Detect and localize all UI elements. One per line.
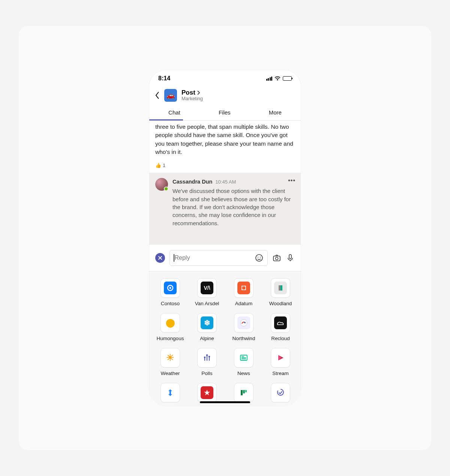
stream-icon: [274, 351, 287, 364]
app-stream[interactable]: Stream: [263, 348, 298, 376]
svg-point-1: [258, 257, 258, 258]
app-todo[interactable]: [263, 383, 298, 405]
wifi-icon: [274, 76, 280, 81]
apps-drawer[interactable]: Contoso V/\Van Arsdel Adatum Woodland ⬤H…: [149, 271, 301, 406]
message-previous: three to five people, that span multiple…: [149, 121, 301, 161]
contoso-icon: [164, 282, 177, 294]
app-adatum[interactable]: Adatum: [226, 278, 261, 306]
reaction-count: 1: [163, 163, 165, 168]
message-reply: Cassandra Dun 10:45 AM We've discussed t…: [149, 173, 301, 244]
todo-icon: [274, 386, 287, 399]
tab-chat[interactable]: Chat: [168, 105, 180, 120]
active-tab-indicator: [149, 119, 183, 121]
app-alpine[interactable]: ❄Alpine: [190, 313, 224, 341]
alpine-icon: ❄: [201, 316, 213, 329]
status-bar: 8:14: [149, 70, 301, 87]
tab-more[interactable]: More: [269, 105, 282, 120]
reply-placeholder: Reply: [175, 255, 190, 261]
presence-available-icon: [164, 187, 168, 191]
apps-grid: Contoso V/\Van Arsdel Adatum Woodland ⬤H…: [153, 278, 297, 405]
svg-rect-21: [241, 390, 243, 395]
svg-point-4: [276, 257, 278, 260]
outer-canvas: 8:14 🚗 Post Marketing Chat Files More th…: [19, 26, 431, 450]
wunderlist-icon: ★: [201, 386, 213, 399]
svg-point-10: [240, 319, 247, 326]
tabs-bar: Chat Files More: [149, 105, 301, 121]
svg-point-15: [207, 355, 207, 355]
news-icon: [237, 351, 250, 364]
status-time: 8:14: [158, 75, 170, 82]
svg-point-16: [209, 356, 210, 357]
app-van-arsdel[interactable]: V/\Van Arsdel: [190, 278, 224, 306]
app-polls[interactable]: Polls: [190, 348, 224, 376]
channel-title: Post: [182, 89, 195, 96]
close-icon: [158, 256, 162, 260]
jira-icon: [164, 386, 177, 399]
svg-rect-8: [279, 285, 280, 291]
compose-bar: Reply: [149, 244, 301, 271]
back-button[interactable]: [154, 91, 160, 100]
message-more-button[interactable]: •••: [288, 177, 296, 184]
app-news[interactable]: News: [226, 348, 261, 376]
svg-rect-22: [243, 390, 245, 393]
tab-files[interactable]: Files: [219, 105, 231, 120]
home-indicator[interactable]: [200, 401, 250, 403]
humongous-icon: ⬤: [164, 316, 177, 329]
chat-scroll-area[interactable]: three to five people, that span multiple…: [149, 121, 301, 244]
app-northwind[interactable]: Northwind: [226, 313, 261, 341]
northwind-icon: [237, 316, 250, 329]
svg-rect-9: [280, 285, 282, 291]
app-recloud[interactable]: Recloud: [263, 313, 298, 341]
van-arsdel-icon: V/\: [201, 282, 213, 294]
svg-point-7: [170, 287, 171, 289]
svg-point-2: [260, 257, 261, 258]
svg-point-0: [256, 255, 262, 261]
app-humongous[interactable]: ⬤Humongous: [153, 313, 188, 341]
cellular-signal-icon: [266, 77, 273, 81]
close-drawer-button[interactable]: [155, 253, 165, 263]
reaction-chip[interactable]: 👍 1: [149, 161, 301, 173]
channel-header: 🚗 Post Marketing: [149, 87, 301, 105]
svg-rect-23: [245, 390, 247, 392]
adatum-icon: [237, 282, 250, 294]
thumbs-up-icon: 👍: [155, 163, 161, 168]
svg-rect-5: [289, 255, 291, 259]
channel-avatar-icon[interactable]: 🚗: [164, 89, 177, 102]
polls-icon: [201, 351, 213, 364]
reply-input[interactable]: Reply: [170, 250, 268, 266]
channel-title-block[interactable]: Post Marketing: [182, 89, 203, 102]
message-text: We've discussed those options with the c…: [172, 187, 295, 227]
emoji-icon[interactable]: [255, 253, 264, 262]
weather-icon: ☀: [164, 351, 177, 364]
recloud-icon: [274, 316, 287, 329]
woodland-icon: [274, 282, 287, 294]
planner-icon: [237, 386, 250, 399]
chevron-right-icon: [197, 90, 200, 95]
microphone-icon[interactable]: [286, 253, 295, 262]
avatar[interactable]: [155, 178, 168, 191]
status-indicators: [266, 76, 292, 81]
app-weather[interactable]: ☀Weather: [153, 348, 188, 376]
app-woodland[interactable]: Woodland: [263, 278, 298, 306]
app-jira[interactable]: [153, 383, 188, 405]
text-cursor: [174, 254, 174, 262]
svg-point-14: [204, 357, 205, 358]
channel-subtitle: Marketing: [182, 96, 203, 101]
message-author: Cassandra Dun: [172, 178, 212, 186]
camera-icon[interactable]: [272, 253, 281, 262]
message-timestamp: 10:45 AM: [215, 179, 236, 185]
phone-frame: 8:14 🚗 Post Marketing Chat Files More th…: [149, 70, 301, 406]
battery-icon: [283, 76, 292, 81]
app-contoso[interactable]: Contoso: [153, 278, 188, 306]
svg-rect-3: [273, 256, 280, 261]
